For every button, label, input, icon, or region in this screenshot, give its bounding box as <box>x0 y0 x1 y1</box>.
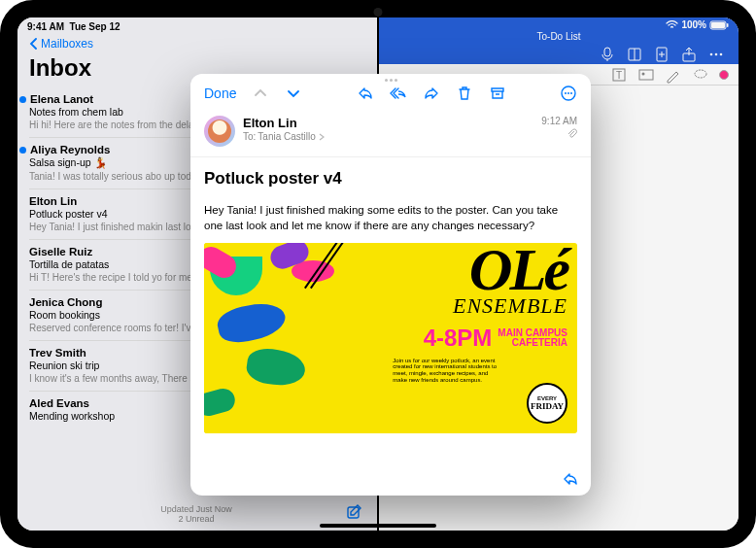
from-name[interactable]: Elton Lin <box>243 116 533 130</box>
reader-toolbar: Done <box>190 83 591 110</box>
poster-headline: OLé <box>393 249 567 291</box>
front-camera <box>374 8 383 17</box>
to-label: To: <box>243 131 256 142</box>
poster-hours: 4-8PM <box>424 325 493 352</box>
chevron-right-icon <box>318 133 326 141</box>
attachment-icon <box>541 128 577 141</box>
window-grabber[interactable] <box>190 74 591 83</box>
poster-art <box>204 243 398 433</box>
home-indicator[interactable] <box>320 524 436 528</box>
more-actions-button[interactable] <box>560 85 577 102</box>
quick-reply-button[interactable] <box>562 470 579 488</box>
poster-loc2: CAFETERIA <box>498 338 567 348</box>
poster-text: OLé ENSEMBLE 4-8PM MAIN CAMPUSCAFETERIA … <box>383 243 577 433</box>
next-message-button[interactable] <box>285 85 302 102</box>
message-time: 9:12 AM <box>541 116 577 126</box>
message-subject: Potluck poster v4 <box>204 169 577 188</box>
svg-point-18 <box>565 92 567 94</box>
poster-attachment[interactable]: OLé ENSEMBLE 4-8PM MAIN CAMPUSCAFETERIA … <box>204 243 577 433</box>
to-name: Tania Castillo <box>258 131 315 142</box>
reply-all-button[interactable] <box>390 85 407 102</box>
message-body: Potluck poster v4 Hey Tania! I just fini… <box>190 157 591 496</box>
trash-button[interactable] <box>456 85 473 102</box>
prev-message-button[interactable] <box>252 85 269 102</box>
forward-button[interactable] <box>423 85 440 102</box>
reply-button[interactable] <box>357 85 374 102</box>
message-header: Elton Lin To: Tania Castillo 9:12 AM <box>190 110 591 157</box>
to-field[interactable]: To: Tania Castillo <box>243 131 533 142</box>
poster-subhead: ENSEMBLE <box>393 293 567 319</box>
archive-button[interactable] <box>489 85 506 102</box>
done-button[interactable]: Done <box>204 86 236 101</box>
message-text: Hey Tania! I just finished making some e… <box>204 202 577 233</box>
poster-badge: EVERY FRIDAY <box>527 383 567 424</box>
poster-desc: Join us for our weekly potluck, an event… <box>393 358 499 385</box>
svg-point-19 <box>567 92 569 94</box>
sender-avatar[interactable] <box>204 116 235 147</box>
mail-reader-window: Done Elton Lin To: Tania Castillo 9:12 A… <box>190 74 591 496</box>
svg-point-20 <box>570 92 572 94</box>
ipad-frame: 9:41 AM Tue Sep 12 Mailboxes Inbox Elena… <box>0 0 756 548</box>
